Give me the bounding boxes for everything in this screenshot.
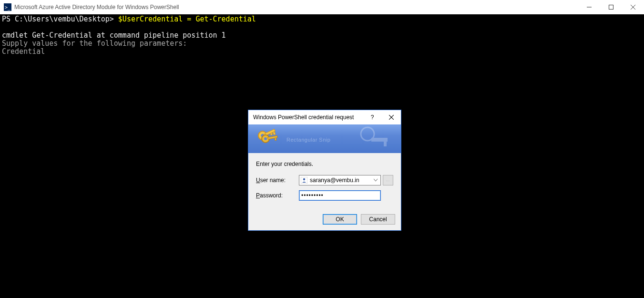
svg-rect-10 [270, 133, 273, 135]
username-value: saranya@vembu.in [310, 177, 372, 184]
browse-button[interactable]: ... [383, 175, 393, 185]
window-title: Microsoft Azure Active Directory Module … [14, 4, 578, 10]
prompt-text: PS C:\Users\vembu\Desktop> [2, 15, 118, 23]
password-label: Password: [256, 192, 299, 199]
window-controls [578, 0, 644, 14]
maximize-button[interactable] [600, 0, 622, 14]
svg-point-19 [303, 178, 305, 180]
user-icon [300, 176, 308, 184]
banner-watermark: Rectangular Snip [286, 137, 330, 143]
dialog-close-button[interactable] [382, 110, 401, 124]
banner-deco-icon [344, 124, 401, 153]
output-line: Supply values for the following paramete… [2, 39, 187, 48]
username-label: User name: [256, 177, 299, 184]
terminal-output[interactable]: PS C:\Users\vembu\Desktop> $UserCredenti… [0, 14, 644, 57]
dialog-banner: Rectangular Snip [248, 124, 401, 153]
minimize-button[interactable] [578, 0, 600, 14]
password-row: Password: [256, 190, 393, 201]
output-line: cmdlet Get-Credential at command pipelin… [2, 31, 226, 40]
svg-rect-14 [275, 138, 276, 140]
svg-rect-16 [371, 138, 388, 142]
powershell-icon: >_ [4, 3, 11, 11]
dialog-prompt: Enter your credentials. [256, 161, 393, 167]
credential-dialog: Windows PowerShell credential request ? [248, 110, 401, 231]
dialog-titlebar: Windows PowerShell credential request ? [248, 110, 401, 124]
username-combo[interactable]: saranya@vembu.in [299, 175, 381, 185]
keys-icon [258, 126, 281, 153]
chevron-down-icon[interactable] [372, 179, 379, 182]
dialog-body: Enter your credentials. User name: saran… [248, 153, 401, 210]
help-button[interactable]: ? [363, 110, 382, 124]
svg-rect-9 [273, 132, 276, 135]
svg-rect-1 [609, 5, 613, 10]
svg-rect-17 [384, 142, 387, 146]
ok-button[interactable]: OK [323, 214, 357, 225]
command-text: $UserCredential = Get-Credential [118, 15, 256, 23]
output-line: Credential [2, 47, 45, 56]
cancel-button[interactable]: Cancel [361, 214, 395, 225]
close-button[interactable] [622, 0, 644, 14]
password-input[interactable] [299, 190, 381, 201]
window-titlebar: >_ Microsoft Azure Active Directory Modu… [0, 0, 644, 14]
dialog-title: Windows PowerShell credential request [253, 114, 363, 121]
dialog-button-row: OK Cancel [248, 210, 401, 230]
username-row: User name: saranya@vembu.in ... [256, 175, 393, 185]
